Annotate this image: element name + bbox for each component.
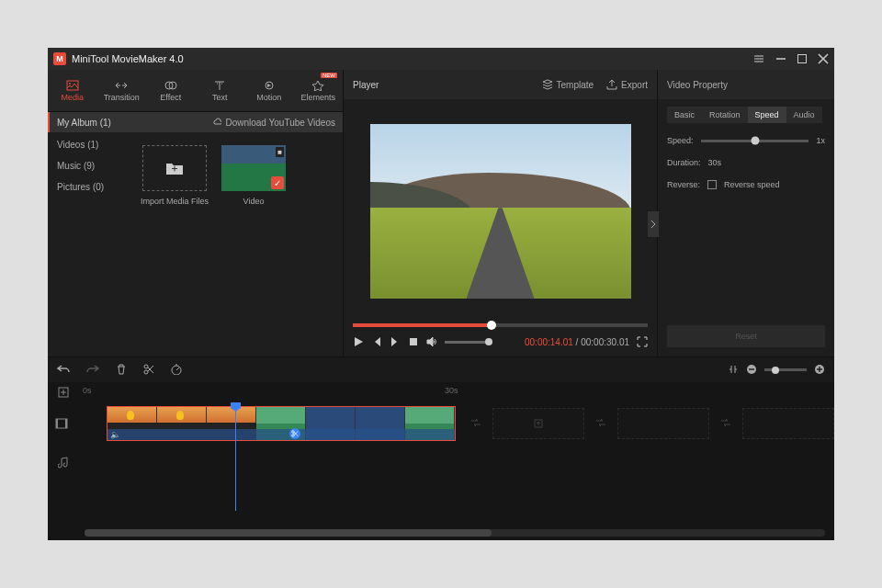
video-label: Video	[243, 197, 265, 206]
reverse-checkbox[interactable]	[707, 180, 717, 189]
speed-tool-button[interactable]	[171, 364, 182, 377]
transition-icon	[115, 80, 128, 91]
svg-point-1	[69, 83, 71, 85]
delete-button[interactable]	[116, 364, 127, 377]
play-button[interactable]	[353, 336, 364, 347]
category-sidebar: Videos (1) Music (9) Pictures (0)	[48, 132, 135, 356]
empty-clip-slot[interactable]	[492, 408, 584, 439]
prop-tab-speed[interactable]: Speed	[748, 107, 786, 123]
svg-rect-6	[175, 166, 175, 172]
new-badge: NEW	[321, 73, 337, 78]
app-title: MiniTool MovieMaker 4.0	[72, 53, 184, 64]
tab-effect[interactable]: Effect	[146, 70, 196, 111]
reverse-label: Reverse:	[667, 180, 700, 189]
tab-motion[interactable]: Motion	[244, 70, 294, 111]
prop-tab-rotation[interactable]: Rotation	[702, 107, 748, 123]
close-button[interactable]	[818, 53, 829, 64]
transition-slot-icon[interactable]	[720, 417, 731, 430]
speed-slider[interactable]	[701, 140, 809, 142]
export-icon	[606, 79, 617, 90]
volume-icon[interactable]	[426, 336, 437, 347]
my-album-label[interactable]: My Album (1)	[57, 118, 111, 128]
tab-text[interactable]: Text	[196, 70, 245, 111]
empty-clip-slot[interactable]	[617, 408, 709, 439]
properties-panel: Video Property Basic Rotation Speed Audi…	[658, 70, 834, 356]
category-pictures[interactable]: Pictures (0)	[48, 176, 135, 198]
empty-clip-slot[interactable]	[742, 408, 834, 439]
text-icon	[213, 80, 226, 91]
playback-progress[interactable]	[353, 323, 648, 327]
timeline: 0s 30s 🔈	[48, 382, 834, 540]
app-window: M MiniTool MovieMaker 4.0 Media Transiti…	[48, 48, 834, 540]
next-frame-button[interactable]	[390, 336, 401, 347]
ruler-mark-0: 0s	[83, 386, 92, 395]
svg-rect-12	[749, 368, 754, 369]
speed-label: Speed:	[667, 136, 694, 145]
minimize-button[interactable]	[775, 53, 786, 64]
prop-tab-basic[interactable]: Basic	[667, 107, 702, 123]
media-icon	[66, 80, 79, 91]
zoom-slider[interactable]	[764, 368, 807, 371]
media-thumbnail-video[interactable]: ■ ✓	[221, 145, 286, 191]
duration-label: Duration:	[667, 158, 701, 167]
split-button[interactable]	[143, 364, 154, 377]
tab-transition[interactable]: Transition	[97, 70, 147, 111]
edit-toolbar	[48, 356, 834, 382]
prev-frame-button[interactable]	[371, 336, 382, 347]
ruler-mark-30: 30s	[445, 386, 458, 395]
export-button[interactable]: Export	[606, 79, 648, 90]
motion-icon	[263, 80, 276, 91]
reset-button[interactable]: Reset	[667, 325, 825, 347]
cloud-download-icon	[212, 118, 221, 127]
expand-properties-button[interactable]	[648, 211, 659, 237]
maximize-button[interactable]	[797, 54, 807, 63]
fit-button[interactable]	[728, 364, 739, 377]
zoom-out-button[interactable]	[746, 364, 757, 377]
source-tabs: Media Transition Effect Text Motion	[48, 70, 343, 112]
volume-slider[interactable]	[445, 341, 492, 344]
add-track-button[interactable]	[48, 387, 79, 398]
svg-rect-7	[410, 338, 417, 345]
template-button[interactable]: Template	[542, 79, 594, 90]
audio-track-icon[interactable]	[48, 457, 79, 469]
menu-icon[interactable]	[753, 53, 764, 64]
import-media-button[interactable]	[142, 145, 207, 191]
download-youtube-button[interactable]: Download YouTube Videos	[212, 118, 335, 128]
clip-audio-icon: 🔈	[110, 430, 120, 439]
video-type-icon: ■	[276, 147, 284, 157]
clip-split-marker[interactable]	[289, 428, 300, 439]
svg-rect-18	[56, 419, 58, 428]
svg-rect-19	[65, 419, 67, 428]
player-panel: Player Template Export	[344, 70, 658, 356]
category-videos[interactable]: Videos (1)	[48, 134, 135, 155]
svg-point-9	[144, 370, 148, 374]
video-track-icon[interactable]	[48, 418, 75, 429]
audio-track-body[interactable]	[79, 445, 834, 481]
reverse-check-label: Reverse speed	[724, 180, 780, 189]
tab-media[interactable]: Media	[48, 70, 97, 111]
template-icon	[542, 79, 553, 90]
zoom-in-button[interactable]	[814, 364, 825, 377]
tab-elements[interactable]: Elements NEW	[294, 70, 344, 111]
time-ruler[interactable]: 0s 30s	[79, 382, 834, 402]
undo-button[interactable]	[57, 364, 70, 377]
stop-button[interactable]	[408, 336, 419, 347]
svg-rect-15	[819, 367, 820, 372]
prop-tab-audio[interactable]: Audio	[786, 107, 822, 123]
transition-slot-icon[interactable]	[595, 417, 606, 430]
fullscreen-button[interactable]	[637, 336, 648, 347]
media-grid: Import Media Files ■ ✓ Video	[135, 132, 343, 356]
video-clip[interactable]: 🔈	[107, 406, 456, 441]
folder-icon	[165, 161, 184, 175]
album-header: My Album (1) Download YouTube Videos	[48, 112, 343, 132]
selected-check-icon: ✓	[271, 176, 284, 189]
player-label: Player	[353, 80, 379, 90]
category-music[interactable]: Music (9)	[48, 155, 135, 176]
redo-button[interactable]	[86, 364, 99, 377]
transition-slot-icon[interactable]	[470, 417, 481, 430]
playhead[interactable]	[235, 402, 236, 511]
playback-controls: 00:00:14.01 / 00:00:30.01	[344, 327, 657, 356]
timeline-scrollbar[interactable]	[85, 529, 825, 537]
title-bar: M MiniTool MovieMaker 4.0	[48, 48, 834, 70]
time-display: 00:00:14.01 / 00:00:30.01	[525, 337, 629, 347]
